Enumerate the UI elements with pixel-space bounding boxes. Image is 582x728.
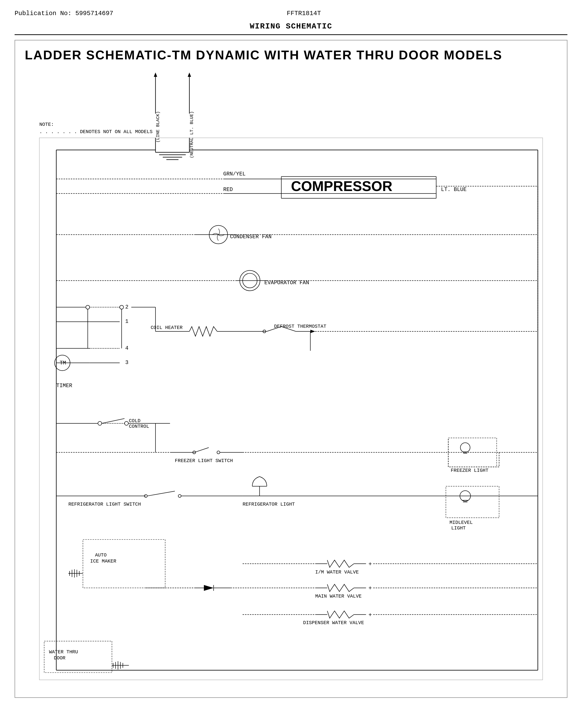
svg-line-65 <box>194 447 209 452</box>
condenser-fan-label: CONDENSER FAN <box>230 234 271 240</box>
svg-rect-4 <box>39 138 543 680</box>
compressor-label: COMPRESSOR <box>291 178 393 194</box>
page-title: WIRING SCHEMATIC <box>15 22 567 35</box>
freezer-light-switch-label: FREEZER LIGHT SWITCH <box>175 458 233 464</box>
svg-point-34 <box>120 305 124 309</box>
dispenser-water-valve-label: DISPENSER WATER VALVE <box>303 620 364 626</box>
tm-label: TM <box>60 360 66 366</box>
svg-rect-82 <box>446 486 499 518</box>
midlevel-light-label: MIDLEVEL <box>449 520 473 525</box>
main-water-valve-plus: + <box>368 585 372 592</box>
grn-yel-label: GRN/YEL <box>223 171 246 177</box>
model-number: FFTR1814T <box>287 10 321 17</box>
freezer-light-label: FREEZER LIGHT <box>451 468 488 473</box>
svg-marker-54 <box>311 330 315 333</box>
auto-ice-maker-label2: ICE MAKER <box>90 558 116 564</box>
refrigerator-light-label: REFRIGERATOR LIGHT <box>243 501 295 507</box>
schematic-title: LADDER SCHEMATIC-TM DYNAMIC WITH WATER T… <box>25 48 557 62</box>
timer-label: TIMER <box>56 383 72 389</box>
svg-point-58 <box>125 421 129 425</box>
schematic-box: LADDER SCHEMATIC-TM DYNAMIC WITH WATER T… <box>15 40 567 698</box>
neutral-lt-blue-label: (NEUTRAL LT. BLUE) <box>189 111 194 158</box>
timer-contact-1: 1 <box>125 318 129 324</box>
main-water-valve-label: MAIN WATER VALVE <box>315 594 362 599</box>
svg-point-67 <box>217 451 220 454</box>
publication-no: Publication No: 5995714697 <box>15 10 113 17</box>
header: Publication No: 5995714697 FFTR1814T <box>15 10 567 20</box>
defrost-thermostat-label: DEFROST THERMOSTAT <box>274 323 326 329</box>
timer-contact-2: 2 <box>125 304 129 310</box>
cold-control-label2: CONTROL <box>129 424 150 429</box>
im-water-valve-plus: + <box>368 561 372 567</box>
im-water-valve-label: I/M WATER VALVE <box>315 569 359 575</box>
note-label: NOTE: <box>39 122 54 127</box>
page: Publication No: 5995714697 FFTR1814T WIR… <box>0 0 582 728</box>
wiring-schematic-svg: NOTE: . . . . . . . DENOTES NOT ON ALL M… <box>25 67 557 690</box>
svg-point-71 <box>460 443 470 452</box>
svg-marker-2 <box>154 73 157 77</box>
cold-control-label: COLD <box>129 418 141 424</box>
timer-contact-4: 4 <box>125 345 129 352</box>
note-desc: . . . . . . . DENOTES NOT ON ALL MODELS <box>39 129 153 134</box>
midlevel-light-label2: LIGHT <box>451 525 466 531</box>
water-thru-door-label: WATER THRU <box>49 649 78 655</box>
dispenser-water-valve-plus: + <box>368 612 372 618</box>
svg-line-76 <box>147 491 175 496</box>
svg-marker-3 <box>188 73 191 77</box>
evaporator-fan-label: EVAPORATOR FAN <box>264 280 309 286</box>
svg-point-77 <box>178 494 181 497</box>
svg-marker-99 <box>204 585 214 591</box>
refrigerator-light-switch-label: REFRIGERATOR LIGHT SWITCH <box>69 501 141 507</box>
timer-contact-3: 3 <box>125 360 129 366</box>
svg-point-33 <box>86 305 90 309</box>
auto-ice-maker-label: AUTO <box>95 552 107 558</box>
water-thru-door-label2: DOOR <box>54 655 65 661</box>
svg-point-57 <box>98 421 102 425</box>
lt-blue-label: LT. BLUE <box>441 187 467 193</box>
red-label: RED <box>223 187 233 193</box>
svg-line-62 <box>102 418 124 423</box>
schematic-diagram: NOTE: . . . . . . . DENOTES NOT ON ALL M… <box>25 67 557 690</box>
